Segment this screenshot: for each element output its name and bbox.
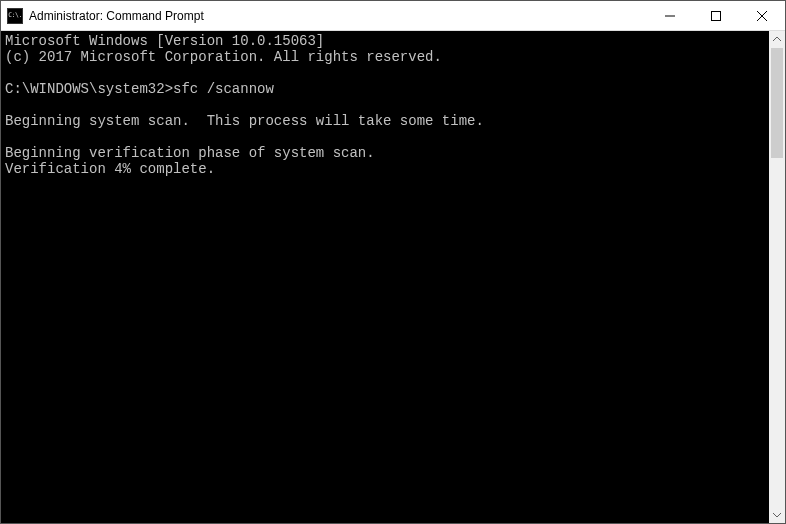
maximize-button[interactable] — [693, 1, 739, 30]
minimize-button[interactable] — [647, 1, 693, 30]
scrollbar-thumb[interactable] — [771, 48, 783, 158]
terminal-line — [5, 97, 765, 113]
terminal-line: Verification 4% complete. — [5, 161, 765, 177]
maximize-icon — [711, 11, 721, 21]
vertical-scrollbar[interactable] — [769, 31, 785, 523]
window-title: Administrator: Command Prompt — [29, 9, 647, 23]
scroll-up-button[interactable] — [769, 31, 785, 48]
chevron-down-icon — [773, 512, 781, 517]
close-button[interactable] — [739, 1, 785, 30]
terminal-output[interactable]: Microsoft Windows [Version 10.0.15063](c… — [1, 31, 769, 523]
terminal-line: (c) 2017 Microsoft Corporation. All righ… — [5, 49, 765, 65]
terminal-line: Beginning system scan. This process will… — [5, 113, 765, 129]
minimize-icon — [665, 11, 675, 21]
chevron-up-icon — [773, 37, 781, 42]
content-area: Microsoft Windows [Version 10.0.15063](c… — [1, 31, 785, 523]
terminal-line: C:\WINDOWS\system32>sfc /scannow — [5, 81, 765, 97]
terminal-line — [5, 129, 765, 145]
app-icon: C:\. — [7, 8, 23, 24]
window-controls — [647, 1, 785, 30]
command-prompt-window: C:\. Administrator: Command Prompt Micro… — [0, 0, 786, 524]
titlebar[interactable]: C:\. Administrator: Command Prompt — [1, 1, 785, 31]
terminal-line — [5, 65, 765, 81]
app-icon-text: C:\. — [8, 12, 22, 19]
terminal-line: Beginning verification phase of system s… — [5, 145, 765, 161]
svg-rect-1 — [712, 11, 721, 20]
terminal-line: Microsoft Windows [Version 10.0.15063] — [5, 33, 765, 49]
scroll-down-button[interactable] — [769, 506, 785, 523]
close-icon — [757, 11, 767, 21]
scrollbar-track[interactable] — [769, 48, 785, 506]
